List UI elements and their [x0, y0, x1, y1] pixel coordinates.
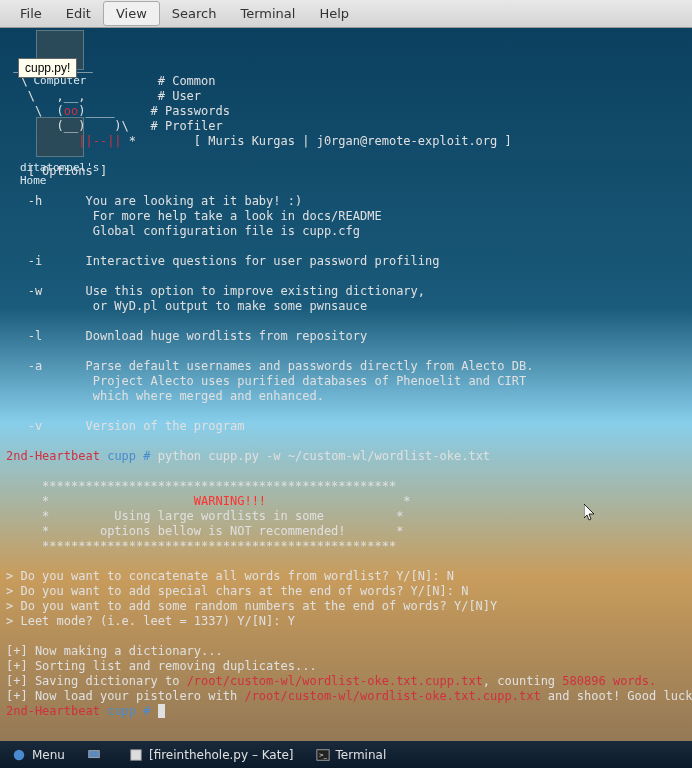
- mouse-cursor-icon: [584, 504, 596, 522]
- start-menu-button[interactable]: Menu: [4, 745, 73, 765]
- ascii-line: *: [122, 134, 158, 148]
- warning-text: WARNING!!!: [194, 494, 266, 508]
- opt-a: Project Alecto uses purified databases o…: [6, 374, 526, 388]
- prompt-path: cupp #: [107, 449, 150, 463]
- opt-i: -i Interactive questions for user passwo…: [6, 254, 439, 268]
- warning-line: *: [266, 494, 411, 508]
- options-header: [ Options ]: [6, 164, 107, 178]
- taskbar-app-terminal[interactable]: >_ Terminal: [308, 745, 395, 765]
- opt-v: -v Version of the program: [6, 419, 244, 433]
- warning-line: *: [6, 494, 194, 508]
- menu-terminal[interactable]: Terminal: [228, 2, 307, 25]
- terminal-icon: >_: [316, 748, 330, 762]
- menu-file[interactable]: File: [8, 2, 54, 25]
- taskbar-app-label: [fireinthehole.py – Kate]: [149, 748, 294, 762]
- prompt-cmd: python cupp.py -w ~/custom-wl/wordlist-o…: [158, 449, 490, 463]
- opt-h: -h You are looking at it baby! :): [6, 194, 302, 208]
- menu-view[interactable]: View: [103, 1, 160, 26]
- terminal-output[interactable]: ___________ \ # Common \ ,__, # User \ (…: [0, 40, 692, 738]
- help-profiler: # Profiler: [151, 119, 223, 133]
- taskbar-app-kate[interactable]: [fireinthehole.py – Kate]: [121, 745, 302, 765]
- opt-a: which where merged and enhanced.: [6, 389, 324, 403]
- menu-edit[interactable]: Edit: [54, 2, 103, 25]
- ascii-line: [6, 134, 64, 148]
- prompt-host: 2nd-Heartbeat: [6, 449, 100, 463]
- show-desktop-button[interactable]: [79, 745, 115, 765]
- opt-l: -l Download huge wordlists from reposito…: [6, 329, 367, 343]
- opt-a: -a Parse default usernames and passwords…: [6, 359, 533, 373]
- opt-w: or WyD.pl output to make some pwnsauce: [6, 299, 367, 313]
- cursor-block: ▮: [158, 704, 165, 718]
- output-line: and shoot! Good luck!: [541, 689, 692, 703]
- question-line: > Do you want to concatenate all words f…: [6, 569, 454, 583]
- menubar: File Edit View Search Terminal Help: [0, 0, 692, 28]
- help-passwords: # Passwords: [151, 104, 230, 118]
- question-line: > Leet mode? (i.e. leet = 1337) Y/[N]: Y: [6, 614, 295, 628]
- help-user: # User: [158, 89, 201, 103]
- ascii-line: \ ,__,: [6, 89, 158, 103]
- svg-rect-2: [131, 749, 142, 760]
- question-line: > Do you want to add some random numbers…: [6, 599, 497, 613]
- prompt-host: 2nd-Heartbeat: [6, 704, 100, 718]
- ascii-line: \ (: [6, 104, 64, 118]
- taskbar-app-label: Terminal: [336, 748, 387, 762]
- opt-h: For more help take a look in docs/README: [6, 209, 382, 223]
- svg-text:>_: >_: [318, 750, 327, 758]
- output-path: /root/custom-wl/wordlist-oke.txt.cupp.tx…: [244, 689, 540, 703]
- tooltip: cupp.py!: [18, 58, 77, 78]
- svg-rect-1: [89, 750, 100, 757]
- help-common: # Common: [158, 74, 216, 88]
- author-line: [ Muris Kurgas | j0rgan@remote-exploit.o…: [158, 134, 512, 148]
- output-count: 580896 words.: [562, 674, 656, 688]
- opt-w: -w Use this option to improve existing d…: [6, 284, 425, 298]
- kate-icon: [129, 748, 143, 762]
- warning-line: * Using large wordlists in some *: [6, 509, 403, 523]
- output-line: , counting: [483, 674, 562, 688]
- ascii-line: (__) )\: [6, 119, 151, 133]
- output-line: [+] Saving dictionary to: [6, 674, 187, 688]
- question-line: > Do you want to add special chars at th…: [6, 584, 468, 598]
- warning-border: ****************************************…: [6, 479, 396, 493]
- warning-border: ****************************************…: [6, 539, 396, 553]
- xfce-menu-icon: [12, 748, 26, 762]
- ascii-eyes: oo: [64, 104, 78, 118]
- prompt-path: cupp #: [107, 704, 150, 718]
- svg-point-0: [14, 749, 25, 760]
- ascii-legs: ||--||: [64, 134, 122, 148]
- menu-search[interactable]: Search: [160, 2, 229, 25]
- menu-help[interactable]: Help: [307, 2, 361, 25]
- ascii-line: )____: [78, 104, 150, 118]
- desktop-icon: [87, 748, 101, 762]
- output-line: [+] Sorting list and removing duplicates…: [6, 659, 317, 673]
- warning-line: * options bellow is NOT recommended! *: [6, 524, 403, 538]
- output-line: [+] Now making a dictionary...: [6, 644, 223, 658]
- taskbar: Menu [fireinthehole.py – Kate] >_ Termin…: [0, 741, 692, 768]
- output-path: /root/custom-wl/wordlist-oke.txt.cupp.tx…: [187, 674, 483, 688]
- output-line: [+] Now load your pistolero with: [6, 689, 244, 703]
- start-menu-label: Menu: [32, 748, 65, 762]
- opt-h: Global configuration file is cupp.cfg: [6, 224, 360, 238]
